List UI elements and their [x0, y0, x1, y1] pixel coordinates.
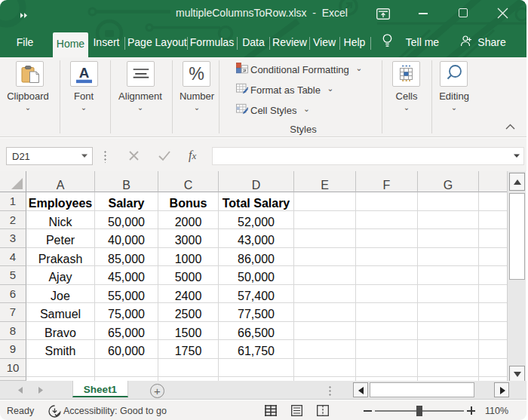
svg-text:A: A [79, 65, 90, 81]
svg-text:%: % [189, 64, 204, 84]
